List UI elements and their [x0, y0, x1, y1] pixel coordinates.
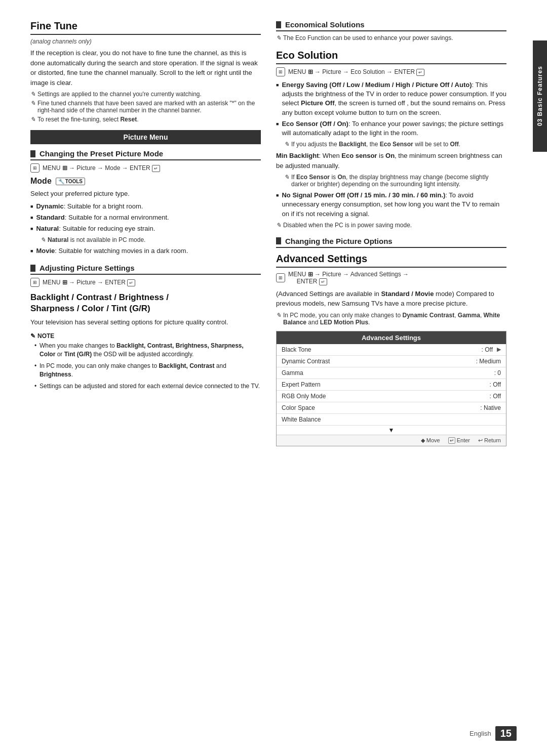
- note-icon-1: ✎: [30, 91, 35, 98]
- table-row: Expert Pattern : Off: [277, 379, 506, 391]
- eco-note3: ✎ Disabled when the PC is in power savin…: [276, 222, 506, 229]
- footer-move: ◆ Move: [421, 437, 440, 444]
- eco-note3-text: Disabled when the PC is in power saving …: [283, 222, 412, 229]
- page-container: 03 Basic Features Fine Tune (analog chan…: [0, 0, 547, 756]
- natural-note: ✎ Natural is not available in PC mode.: [41, 236, 261, 243]
- page-lang: English: [470, 730, 491, 737]
- table-row: Gamma : 0: [277, 367, 506, 379]
- menu-path-changing: ⊞ MENU ⊞ → Picture → Mode → ENTER ↵: [30, 163, 261, 173]
- row-label: Expert Pattern: [282, 381, 321, 388]
- mode-list-movie: Movie: Suitable for watching movies in a…: [30, 246, 261, 256]
- eco-solution-heading: Eco Solution: [276, 50, 506, 64]
- note-label: ✎ NOTE: [30, 332, 261, 340]
- table-row: Black Tone : Off ▶: [277, 344, 506, 356]
- fine-tune-section: Fine Tune (analog channels only) If the …: [30, 20, 261, 123]
- fine-tune-note3: To reset the fine-tuning, select Reset.: [37, 116, 138, 123]
- adjusting-title: Adjusting Picture Settings: [30, 264, 261, 275]
- advanced-menu-path: ⊞ MENU ⊞ → Picture → Advanced Settings →…: [276, 271, 506, 285]
- note-icon-eco2: ✎: [284, 174, 289, 181]
- left-column: Fine Tune (analog channels only) If the …: [30, 20, 261, 736]
- row-value: : Medium: [476, 358, 501, 365]
- list-item: Eco Sensor (Off / On): To enhance your p…: [276, 119, 506, 138]
- side-tab: 03 Basic Features: [533, 40, 547, 152]
- mode-list: Dynamic: Suitable for a bright room. Sta…: [30, 202, 261, 234]
- footer-enter: ↵ Enter: [448, 437, 470, 444]
- menu-icon-eco: ⊞: [276, 67, 285, 76]
- row-value: : Native: [480, 404, 501, 411]
- eco-no-signal-list: No Signal Power Off (Off / 15 min. / 30 …: [276, 191, 506, 219]
- list-item: In PC mode, you can only make changes to…: [34, 362, 261, 380]
- fine-tune-note3-line: ✎ To reset the fine-tuning, select Reset…: [30, 116, 261, 123]
- table-row: Dynamic Contrast : Medium: [277, 356, 506, 367]
- advanced-menu-path-text: MENU ⊞ → Picture → Advanced Settings → E…: [288, 271, 409, 285]
- changing-picture-options-title: Changing the Picture Options: [276, 237, 506, 248]
- row-value: : Off: [490, 393, 501, 400]
- note-dot-list: When you make changes to Backlight, Cont…: [30, 342, 261, 391]
- eco-solutions-note: The Eco Function can be used to enhance …: [283, 34, 453, 41]
- row-label: RGB Only Mode: [282, 393, 326, 400]
- note-icon-natural: ✎: [41, 236, 46, 243]
- row-label: Gamma: [282, 369, 303, 376]
- advanced-note: ✎ In PC mode, you can only make changes …: [276, 312, 506, 326]
- fine-tune-italic: (analog channels only): [30, 38, 261, 45]
- fine-tune-note2-line: ✎ Fine tuned channels that have been sav…: [30, 100, 261, 114]
- mode-desc: Select your preferred picture type.: [30, 189, 261, 199]
- row-label: Color Space: [282, 404, 315, 411]
- advanced-settings-table: Advanced Settings Black Tone : Off ▶ Dyn…: [276, 331, 506, 446]
- menu-path-adjusting-text: MENU ⊞ → Picture → ENTER ↵: [43, 279, 135, 286]
- eco-note2: ✎ If Eco Sensor is On, the display brigh…: [284, 174, 506, 188]
- tools-badge: 🔧 TOOLS: [56, 178, 85, 185]
- list-item: Movie: Suitable for watching movies in a…: [30, 246, 261, 256]
- advanced-para1: (Advanced Settings are available in Stan…: [276, 289, 506, 309]
- eco-solutions-note-line: ✎ The Eco Function can be used to enhanc…: [276, 34, 506, 41]
- mode-heading: Mode 🔧 TOOLS: [30, 177, 261, 186]
- menu-icon-changing: ⊞: [30, 163, 40, 173]
- backlight-heading: Backlight / Contrast / Brightness /Sharp…: [30, 292, 261, 314]
- menu-path-changing-text: MENU ⊞ → Picture → Mode → ENTER ↵: [43, 164, 160, 172]
- footer-return: ↩ Return: [478, 437, 501, 444]
- down-arrow-icon: ▼: [277, 426, 506, 435]
- picture-menu-header: Picture Menu: [30, 130, 261, 144]
- fine-tune-note1-line: ✎ Settings are applied to the channel yo…: [30, 91, 261, 98]
- changing-preset-title: Changing the Preset Picture Mode: [30, 149, 261, 160]
- list-item: No Signal Power Off (Off / 15 min. / 30 …: [276, 191, 506, 219]
- list-item: Standard: Suitable for a normal environm…: [30, 213, 261, 222]
- adv-settings-header: Advanced Settings: [277, 331, 506, 344]
- note-icon-eco-sol: ✎: [276, 34, 281, 41]
- menu-icon-adjusting: ⊞: [30, 278, 40, 287]
- row-value: : Off ▶: [482, 346, 501, 353]
- backlight-para: Your television has several setting opti…: [30, 317, 261, 327]
- main-content: Fine Tune (analog channels only) If the …: [0, 0, 532, 756]
- arrow-right-icon: ▶: [497, 346, 501, 353]
- table-row: White Balance: [277, 414, 506, 426]
- list-item: Energy Saving (Off / Low / Medium / High…: [276, 80, 506, 117]
- fine-tune-note1: Settings are applied to the channel you'…: [37, 91, 202, 98]
- note-icon-adv: ✎: [276, 312, 281, 319]
- list-item: Settings can be adjusted and stored for …: [34, 382, 261, 391]
- table-row: RGB Only Mode : Off: [277, 391, 506, 402]
- side-tab-label: 03 Basic Features: [536, 66, 543, 126]
- menu-path-adjusting: ⊞ MENU ⊞ → Picture → ENTER ↵: [30, 278, 261, 287]
- note-icon-3: ✎: [30, 116, 35, 123]
- fine-tune-title: Fine Tune: [30, 20, 261, 35]
- eco-note1: ✎ If you adjusts the Backlight, the Eco …: [284, 141, 506, 148]
- eco-menu-path-text: MENU ⊞ → Picture → Eco Solution → ENTER …: [288, 68, 424, 75]
- note-box: ✎ NOTE When you make changes to Backligh…: [30, 332, 261, 391]
- advanced-settings-heading: Advanced Settings: [276, 253, 506, 268]
- note-icon-eco3: ✎: [276, 222, 281, 229]
- fine-tune-para: If the reception is clear, you do not ha…: [30, 48, 261, 88]
- eco-solutions-section: Economical Solutions: [276, 20, 506, 31]
- row-label: Black Tone: [282, 346, 311, 353]
- mode-title: Mode: [30, 177, 52, 186]
- note-icon-main: ✎: [30, 332, 35, 340]
- tools-icon: 🔧: [58, 179, 64, 184]
- row-label: White Balance: [282, 416, 321, 423]
- list-item: Natural: Suitable for reducing eye strai…: [30, 224, 261, 233]
- move-icon: ◆: [421, 437, 425, 444]
- note-icon-eco1: ✎: [284, 141, 289, 148]
- right-column: Economical Solutions ✎ The Eco Function …: [276, 20, 506, 736]
- enter-icon-footer: ↵: [448, 437, 455, 444]
- eco-min-backlight-para: Min Backlight: When Eco sensor is On, th…: [276, 151, 506, 171]
- note-icon-2: ✎: [30, 100, 35, 107]
- list-item: When you make changes to Backlight, Cont…: [34, 342, 261, 359]
